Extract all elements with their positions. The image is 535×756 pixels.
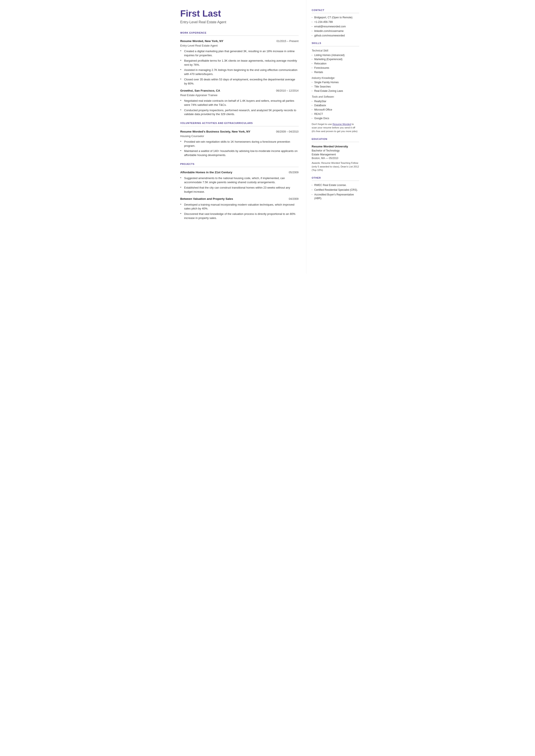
tools-skills-list: RealtyStar DataBasix Microsoft Office RE… [312, 99, 359, 120]
job-1-bullet-4: Closed over 35 deals within 53 days of e… [180, 78, 299, 86]
volunteer-1: Resume Worded's Business Society, New Yo… [180, 130, 299, 157]
contact-list: Bridgeport, CT (Open to Remote) +1-234-4… [312, 16, 359, 37]
project-1-bullet-1: Suggested amendments to the national hou… [180, 176, 299, 184]
skill-title-searches: Title Searches [312, 85, 359, 89]
candidate-name: First Last [180, 9, 299, 18]
project-1: Affordable Homes in the 21st Century 05/… [180, 170, 299, 194]
skill-databasix: DataBasix [312, 104, 359, 107]
skill-microsoft-office: Microsoft Office [312, 108, 359, 112]
contact-email: email@resumeworded.com [312, 25, 359, 28]
project-1-date: 05/2009 [289, 171, 298, 175]
candidate-title: Entry-Level Real Estate Agent [180, 20, 299, 25]
job-2-role: Real Estate Appraiser Trainee [180, 93, 299, 97]
volunteering-header: VOLUNTEERING ACTIVITIES AND EXTRACURRICU… [180, 122, 299, 126]
project-1-name: Affordable Homes in the 21st Century [180, 170, 233, 175]
skill-realtystar: RealtyStar [312, 99, 359, 103]
resume-page: First Last Entry-Level Real Estate Agent… [171, 0, 365, 274]
job-2-title-row: Growthsi, San Francisco, CA 06/2010 – 12… [180, 89, 299, 93]
technical-skill-label: Technical Skill: [312, 49, 359, 53]
other-abr: Accredited Buyer's Representative (ABR). [312, 193, 359, 200]
skill-relocation: Relocation [312, 62, 359, 66]
job-2-bullet-1: Negotiated real estate contracts on beha… [180, 99, 299, 107]
project-2-bullets: Developed a training manual incorporatin… [180, 203, 299, 220]
skill-rentals: Rentals [312, 70, 359, 74]
job-1-bullet-3: Assisted in managing 2.7K listings from … [180, 68, 299, 76]
promo-before: Don't forget to use [312, 123, 333, 126]
industry-knowledge-label: Industry Knowledge: [312, 76, 359, 80]
technical-skills-list: Listing Homes (Advanced) Marketing (Expe… [312, 53, 359, 74]
job-1-dates: 01/2015 – Present [276, 40, 298, 43]
job-1-bullets: Created a digital marketing plan that ge… [180, 49, 299, 86]
contact-location: Bridgeport, CT (Open to Remote) [312, 16, 359, 19]
work-experience-header: WORK EXPERIENCE [180, 31, 299, 36]
right-column: CONTACT Bridgeport, CT (Open to Remote) … [306, 0, 365, 274]
volunteer-1-bullet-1: Provided win-win negotiation skills to 1… [180, 140, 299, 148]
job-1: Resume Worded, New York, NY 01/2015 – Pr… [180, 39, 299, 86]
other-license: RWEC Real Estate License. [312, 183, 359, 187]
project-2: Between Valuation and Property Sales 04/… [180, 197, 299, 220]
edu-awards: Awards: Resume Worded Teaching Fellow (o… [312, 161, 359, 172]
job-2-bullet-2: Conducted property inspections, performe… [180, 108, 299, 117]
contact-header: CONTACT [312, 9, 359, 13]
skill-listing-homes: Listing Homes (Advanced) [312, 53, 359, 57]
skills-header: SKILLS [312, 42, 359, 46]
volunteer-1-role: Housing Counselor [180, 134, 299, 138]
volunteer-1-dates: 06/2009 – 04/2010 [276, 130, 298, 134]
job-2: Growthsi, San Francisco, CA 06/2010 – 12… [180, 89, 299, 116]
job-1-bullet-2: Bargained profitable terms for 1.3K clie… [180, 59, 299, 67]
volunteer-1-bullets: Provided win-win negotiation skills to 1… [180, 140, 299, 157]
contact-phone: +1-234-456-789 [312, 20, 359, 24]
industry-skills-list: Single Family Homes Title Searches Real … [312, 81, 359, 93]
edu-degree: Bachelor of Technology [312, 149, 359, 153]
education-header: EDUCATION [312, 137, 359, 142]
skill-react: REACT [312, 112, 359, 116]
other-header: OTHER [312, 176, 359, 181]
tools-software-label: Tools and Software: [312, 95, 359, 99]
edu-field: Estate Management [312, 153, 359, 157]
project-2-bullet-1: Developed a training manual incorporatin… [180, 203, 299, 211]
contact-linkedin: linkedin.com/in/username [312, 29, 359, 33]
project-2-bullet-2: Discovered that vast knowledge of the va… [180, 212, 299, 220]
project-2-title-row: Between Valuation and Property Sales 04/… [180, 197, 299, 201]
volunteer-1-company: Resume Worded's Business Society, New Yo… [180, 130, 251, 134]
edu-school: Resume Worded University [312, 145, 359, 149]
other-crs: Certified Residential Specialist (CRS). [312, 188, 359, 192]
job-1-bullet-1: Created a digital marketing plan that ge… [180, 49, 299, 58]
job-2-bullets: Negotiated real estate contracts on beha… [180, 99, 299, 116]
edu-date: Boston, MA — 05/2010 [312, 156, 359, 160]
skill-zoning-laws: Real Estate Zoning Laws [312, 89, 359, 93]
job-2-dates: 06/2010 – 12/2014 [276, 89, 298, 93]
contact-github: github.com/resumeworded [312, 34, 359, 38]
projects-header: PROJECTS [180, 162, 299, 167]
skill-marketing: Marketing (Experienced) [312, 58, 359, 61]
job-1-role: Entry-Level Real Estate Agent [180, 44, 299, 48]
job-1-title-row: Resume Worded, New York, NY 01/2015 – Pr… [180, 39, 299, 43]
job-2-company: Growthsi, San Francisco, CA [180, 89, 220, 93]
volunteer-1-title-row: Resume Worded's Business Society, New Yo… [180, 130, 299, 134]
project-2-name: Between Valuation and Property Sales [180, 197, 233, 201]
volunteer-1-bullet-2: Maintained a waitlist of 140+ households… [180, 149, 299, 157]
project-1-bullet-2: Established that the city can construct … [180, 186, 299, 194]
promo-text: Don't forget to use Resume Worded to sca… [312, 123, 359, 133]
skill-google-docs: Google Docs [312, 117, 359, 120]
other-list: RWEC Real Estate License. Certified Resi… [312, 183, 359, 200]
skill-single-family-homes: Single Family Homes [312, 81, 359, 84]
job-1-company: Resume Worded, New York, NY [180, 39, 223, 43]
promo-link[interactable]: Resume Worded [332, 123, 351, 126]
left-column: First Last Entry-Level Real Estate Agent… [171, 0, 306, 274]
skill-foreclosures: Foreclosures [312, 66, 359, 70]
project-1-bullets: Suggested amendments to the national hou… [180, 176, 299, 194]
project-2-date: 04/2009 [289, 197, 298, 201]
project-1-title-row: Affordable Homes in the 21st Century 05/… [180, 170, 299, 175]
